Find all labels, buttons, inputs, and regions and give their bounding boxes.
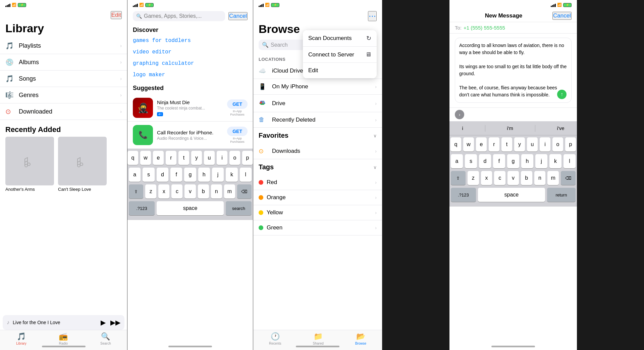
k4-s[interactable]: s [465, 154, 477, 168]
tags-header[interactable]: Tags ∨ [253, 159, 382, 175]
library-genres-item[interactable]: 🎼 Genres › [0, 87, 127, 103]
key-shift[interactable]: ⇧ [129, 184, 143, 199]
skip-icon[interactable]: ▶▶ [110, 318, 120, 326]
key-j[interactable]: j [212, 168, 224, 182]
suggestion-1[interactable]: video editor [127, 46, 253, 58]
album-item-0[interactable]: Another's Arms [5, 137, 54, 192]
key-d[interactable]: d [157, 168, 168, 182]
favorite-downloads[interactable]: ⊙ Downloads › [253, 143, 382, 159]
k4-v[interactable]: v [507, 171, 519, 185]
k4-delete[interactable]: ⌫ [561, 171, 576, 185]
tag-orange[interactable]: Orange › [253, 190, 382, 205]
key-z[interactable]: z [145, 184, 156, 199]
library-downloaded-item[interactable]: ⊙ Downloaded › [0, 103, 127, 120]
search-input[interactable] [144, 13, 222, 19]
tag-red[interactable]: Red › [253, 175, 382, 190]
key-a[interactable]: a [129, 168, 141, 182]
key-x[interactable]: x [158, 184, 169, 199]
search-cancel-button[interactable]: Cancel [228, 12, 248, 20]
key-p[interactable]: p [242, 151, 253, 165]
key-numeric[interactable]: .?123 [129, 201, 155, 215]
key-v[interactable]: v [184, 184, 196, 199]
key-h[interactable]: h [198, 168, 210, 182]
player-bar[interactable]: ♪ Live for the One I Love ▶ ▶▶ [3, 315, 124, 330]
location-iphone[interactable]: 📱 On My iPhone › [253, 79, 382, 95]
k4-numeric[interactable]: .?123 [451, 188, 476, 202]
k4-a[interactable]: a [451, 154, 463, 168]
key-b[interactable]: b [198, 184, 209, 199]
key-q[interactable]: q [127, 151, 138, 165]
k4-c[interactable]: c [494, 171, 505, 185]
send-button[interactable]: ↑ [557, 90, 567, 99]
ctx-edit[interactable]: Edit [303, 63, 377, 78]
k4-y[interactable]: y [514, 137, 525, 151]
key-y[interactable]: y [191, 151, 202, 165]
autocorrect-word-2[interactable]: i've [554, 124, 568, 132]
key-m[interactable]: m [224, 184, 235, 199]
suggestion-3[interactable]: logo maker [127, 69, 253, 81]
key-f[interactable]: f [170, 168, 182, 182]
play-icon[interactable]: ▶ [101, 318, 106, 326]
more-button[interactable]: ⋯ [368, 11, 377, 21]
k4-x[interactable]: x [481, 171, 492, 185]
key-space[interactable]: space [157, 201, 224, 215]
key-search[interactable]: search [226, 201, 252, 215]
album-item-1[interactable]: Can't Sleep Love [58, 137, 107, 192]
key-i[interactable]: i [217, 151, 227, 165]
key-s[interactable]: s [143, 168, 154, 182]
k4-z[interactable]: z [468, 171, 479, 185]
k4-e[interactable]: e [476, 137, 487, 151]
favorites-header[interactable]: Favorites ∨ [253, 128, 382, 143]
k4-l[interactable]: l [564, 154, 576, 168]
k4-d[interactable]: d [479, 154, 491, 168]
k4-j[interactable]: j [535, 154, 547, 168]
library-albums-item[interactable]: 💿 Albums › [0, 54, 127, 71]
tab-recents[interactable]: 🕐 Recents [269, 332, 281, 345]
app-card-0[interactable]: 🥷 Ninja Must Die The coolest ninja comba… [127, 94, 253, 122]
tab-shared[interactable]: 📁 Shared [313, 332, 324, 345]
k4-w[interactable]: w [463, 137, 474, 151]
ninja-get-button[interactable]: GET [227, 99, 248, 109]
app-card-1[interactable]: 📞 Call Recorder for iPhone. Audio Record… [127, 122, 253, 149]
recorder-get-button[interactable]: GET [227, 127, 248, 136]
k4-r[interactable]: r [489, 137, 499, 151]
key-t[interactable]: t [178, 151, 189, 165]
k4-h[interactable]: h [521, 154, 533, 168]
ctx-scan-docs[interactable]: Scan Documents ↻ [303, 30, 377, 47]
tab-radio[interactable]: 📻 Radio [59, 332, 68, 345]
key-k[interactable]: k [226, 168, 237, 182]
tag-yellow[interactable]: Yellow › [253, 205, 382, 220]
k4-return[interactable]: return [547, 188, 576, 202]
location-recently-deleted[interactable]: 🗑 Recently Deleted › [253, 112, 382, 128]
ctx-connect-server[interactable]: Connect to Server 🖥 [303, 47, 377, 63]
key-delete[interactable]: ⌫ [237, 184, 252, 199]
location-drive[interactable]: Drive › [253, 95, 382, 112]
k4-b[interactable]: b [521, 171, 532, 185]
k4-g[interactable]: g [507, 154, 519, 168]
key-c[interactable]: c [171, 184, 182, 199]
k4-n[interactable]: n [534, 171, 546, 185]
tag-green[interactable]: Green › [253, 220, 382, 235]
suggestion-0[interactable]: games for toddlers [127, 35, 253, 46]
k4-m[interactable]: m [547, 171, 559, 185]
tab-browse[interactable]: 📂 Browse [355, 332, 366, 345]
key-r[interactable]: r [166, 151, 176, 165]
key-w[interactable]: w [140, 151, 151, 165]
edit-button[interactable]: Edit [111, 11, 122, 19]
k4-k[interactable]: k [549, 154, 561, 168]
key-u[interactable]: u [204, 151, 215, 165]
tab-search[interactable]: 🔍 Search [100, 332, 111, 345]
k4-t[interactable]: t [501, 137, 512, 151]
k4-f[interactable]: f [493, 154, 505, 168]
key-n[interactable]: n [211, 184, 222, 199]
k4-space[interactable]: space [478, 188, 545, 202]
k4-u[interactable]: u [527, 137, 538, 151]
k4-o[interactable]: o [552, 137, 563, 151]
k4-shift[interactable]: ⇧ [451, 171, 466, 185]
tab-library[interactable]: 🎵 Library [16, 332, 26, 345]
key-o[interactable]: o [229, 151, 240, 165]
key-e[interactable]: e [153, 151, 164, 165]
expand-button[interactable]: › [455, 110, 464, 119]
autocorrect-word-0[interactable]: i [459, 124, 466, 132]
key-g[interactable]: g [184, 168, 196, 182]
